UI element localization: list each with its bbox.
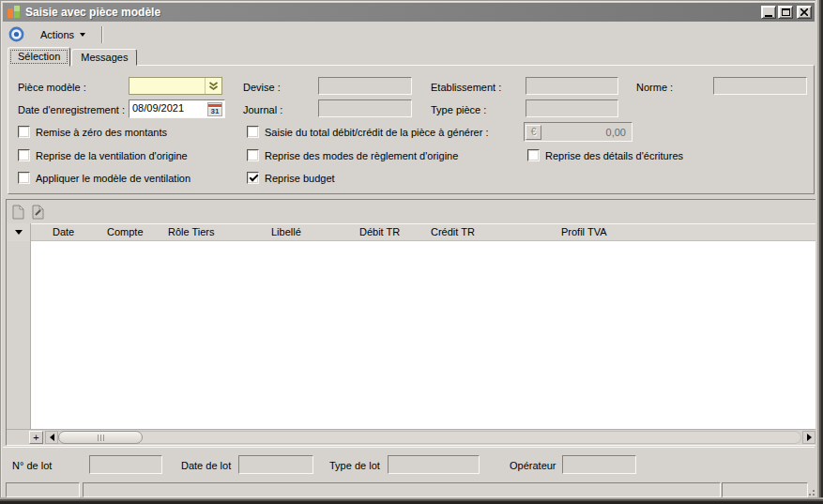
checkbox-box	[247, 149, 259, 161]
date-enregistrement-label: Date d'enregistrement :	[18, 104, 125, 115]
column-header-libelle[interactable]: Libellé	[271, 226, 301, 237]
column-header-credit-tr[interactable]: Crédit TR	[431, 226, 475, 237]
checkbox-appliquer-modele-label: Appliquer le modèle de ventilation	[36, 173, 191, 184]
currency-button: €	[526, 125, 541, 140]
entries-grid: Date Compte Rôle Tiers Libellé Débit TR …	[6, 199, 817, 446]
column-header-debit-tr[interactable]: Débit TR	[359, 226, 400, 237]
close-icon	[800, 8, 808, 16]
type-piece-field	[526, 99, 618, 117]
piece-modele-dropdown-button[interactable]	[205, 78, 221, 94]
lot-date-label: Date de lot	[181, 460, 231, 471]
checkbox-box	[18, 126, 30, 138]
lot-numero-field	[89, 455, 162, 474]
document-icon	[12, 205, 24, 220]
toolbar-separator	[101, 26, 103, 43]
status-section-2	[83, 482, 721, 497]
tab-messages[interactable]: Messages	[71, 49, 137, 66]
arrow-right-icon	[807, 434, 812, 441]
lot-numero-label: N° de lot	[12, 460, 52, 471]
checkbox-box	[247, 126, 259, 138]
etablissement-field	[526, 77, 618, 95]
checkbox-remise-zero[interactable]: Remise à zéro des montants	[18, 126, 167, 138]
column-header-profil-tva[interactable]: Profil TVA	[561, 226, 607, 237]
lot-date-field	[238, 455, 313, 474]
window-title: Saisie avec pièce modèle	[25, 6, 160, 19]
scrollbar-track[interactable]	[45, 431, 801, 444]
checkbox-remise-zero-label: Remise à zéro des montants	[36, 127, 167, 138]
arrow-left-icon	[50, 434, 54, 441]
checkbox-reprise-details[interactable]: Reprise des détails d'écritures	[527, 149, 683, 161]
piece-modele-label: Pièce modèle :	[18, 82, 86, 93]
column-header-role-tiers[interactable]: Rôle Tiers	[168, 226, 215, 237]
lot-type-label: Type de lot	[329, 460, 380, 471]
maximize-button[interactable]	[778, 6, 793, 19]
grid-row-selector-column	[7, 241, 31, 429]
minimize-button[interactable]	[761, 6, 776, 19]
calendar-picker-button[interactable]: 31	[207, 102, 222, 116]
status-bar	[3, 481, 815, 498]
lot-type-field	[388, 455, 480, 474]
scroll-left-button[interactable]	[45, 431, 58, 444]
minimize-icon	[765, 15, 772, 17]
selection-panel: Pièce modèle : Devise : Etablissement : …	[8, 65, 815, 194]
amount-field: € 0,00	[524, 122, 632, 142]
main-toolbar: Actions	[3, 23, 815, 45]
tab-messages-label: Messages	[81, 52, 128, 63]
calendar-icon: 31	[208, 104, 221, 115]
grid-toolbar	[7, 200, 816, 223]
checkbox-reprise-budget[interactable]: Reprise budget	[247, 172, 335, 184]
column-header-date[interactable]: Date	[53, 226, 74, 237]
devise-field	[318, 77, 412, 95]
grid-document-button[interactable]	[9, 203, 26, 221]
window-bottom-edge	[0, 497, 823, 504]
checkbox-reprise-modes[interactable]: Reprise des modes de règlement d'origine	[247, 149, 458, 161]
type-piece-label: Type pièce :	[431, 104, 486, 115]
grip-icon	[100, 435, 101, 441]
checkbox-reprise-budget-label: Reprise budget	[265, 173, 335, 184]
add-row-button[interactable]: +	[29, 431, 43, 444]
grid-horizontal-scrollbar: +	[7, 429, 816, 445]
devise-label: Devise :	[243, 82, 281, 93]
application-icon	[8, 6, 21, 19]
checkbox-reprise-modes-label: Reprise des modes de règlement d'origine	[265, 150, 458, 161]
tab-selection[interactable]: Sélection	[8, 47, 70, 67]
euro-icon: €	[531, 127, 537, 137]
checkbox-box	[18, 149, 30, 161]
maximize-icon	[782, 8, 790, 16]
window-right-edge	[815, 0, 823, 504]
checkbox-box	[18, 172, 30, 184]
grid-document-edit-button[interactable]	[29, 203, 46, 221]
date-enregistrement-input[interactable]: 08/09/2021 31	[129, 99, 225, 118]
title-bar: Saisie avec pièce modèle	[3, 3, 815, 22]
double-chevron-down-icon	[208, 82, 219, 91]
lot-panel: N° de lot Date de lot Type de lot Opérat…	[3, 448, 815, 480]
actions-menu-button[interactable]: Actions	[31, 25, 95, 44]
status-section-3	[722, 482, 808, 497]
checkbox-appliquer-modele[interactable]: Appliquer le modèle de ventilation	[18, 172, 191, 184]
norme-label: Norme :	[636, 82, 673, 93]
operateur-label: Opérateur	[510, 460, 556, 471]
checkbox-saisie-total[interactable]: Saisie du total débit/crédit de la pièce…	[247, 126, 488, 138]
scroll-right-button[interactable]	[802, 431, 815, 444]
checkbox-reprise-ventilation[interactable]: Reprise de la ventilation d'origine	[18, 149, 188, 161]
journal-label: Journal :	[243, 104, 282, 115]
chevron-down-icon	[80, 33, 85, 37]
document-edit-icon	[32, 205, 44, 220]
window-controls	[759, 6, 812, 19]
status-section-1	[6, 482, 80, 497]
operateur-field	[562, 455, 636, 474]
scrollbar-thumb[interactable]	[58, 431, 143, 444]
norme-field	[713, 77, 807, 95]
checkbox-box	[527, 149, 540, 161]
row-selector-icon	[15, 230, 23, 235]
actions-menu-label: Actions	[40, 29, 74, 40]
resize-grip[interactable]	[809, 486, 811, 488]
checkbox-saisie-total-label: Saisie du total débit/crédit de la pièce…	[265, 127, 488, 138]
etablissement-label: Etablissement :	[431, 82, 501, 93]
grid-selector-header[interactable]	[7, 223, 31, 241]
column-header-compte[interactable]: Compte	[107, 226, 144, 237]
close-button[interactable]	[797, 6, 812, 19]
piece-modele-combobox[interactable]	[129, 77, 222, 95]
amount-value: 0,00	[606, 127, 631, 138]
tab-selection-label: Sélection	[18, 51, 60, 62]
